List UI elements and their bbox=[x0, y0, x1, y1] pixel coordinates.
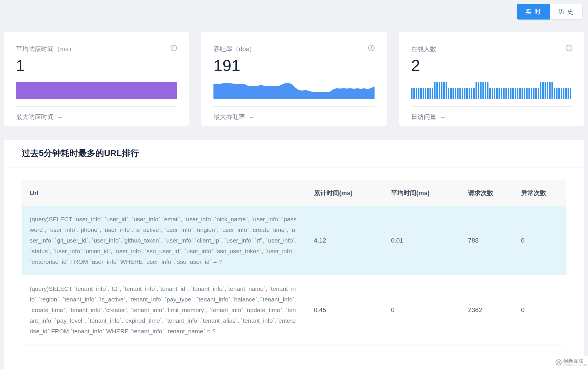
card-title: 吞吐率（dps） bbox=[213, 45, 255, 53]
col-header-avg-time: 平均时间(ms) bbox=[383, 189, 460, 197]
divider bbox=[16, 106, 177, 107]
bars-sparkline bbox=[411, 82, 572, 99]
col-header-url: Url bbox=[22, 189, 306, 197]
online-users-chart bbox=[411, 82, 572, 99]
avg-time-value: 0.01 bbox=[383, 237, 460, 244]
footer-value: – bbox=[441, 113, 444, 120]
avg-response-time-card: 平均响应时间（ms） i 1 最大响应时间– bbox=[4, 32, 189, 126]
url-ranking-panel: 过去5分钟耗时最多的URL排行 Url 累计时间(ms) 平均时间(ms) 请求… bbox=[4, 140, 584, 369]
request-count-value: 2362 bbox=[460, 306, 513, 314]
url-value: (query)SELECT `user_info`.`user_id`, `us… bbox=[22, 206, 306, 275]
footer-label: 最大吞吐率 bbox=[213, 113, 245, 120]
footer-value: – bbox=[250, 113, 253, 120]
divider bbox=[213, 106, 375, 107]
avg-response-time-chart bbox=[16, 82, 177, 99]
divider bbox=[4, 168, 584, 168]
table-header-row: Url 累计时间(ms) 平均时间(ms) 请求次数 异常次数 bbox=[22, 180, 566, 206]
online-users-value: 2 bbox=[411, 57, 420, 74]
error-count-value: 0 bbox=[513, 306, 566, 314]
total-time-value: 0.45 bbox=[306, 306, 383, 314]
avg-time-value: 0 bbox=[383, 306, 460, 314]
footer-value: – bbox=[58, 113, 62, 120]
throughput-card: 吞吐率（dps） i 191 最大吞吐率– bbox=[201, 32, 387, 126]
avg-response-time-value: 1 bbox=[16, 57, 25, 74]
error-count-value: 0 bbox=[513, 237, 566, 244]
divider bbox=[411, 106, 572, 107]
card-title: 在线人数 bbox=[411, 45, 436, 53]
metric-cards: 平均响应时间（ms） i 1 最大响应时间– 吞吐率（dps） i 191 最大… bbox=[4, 32, 584, 126]
watermark-name: 创新互联 bbox=[563, 359, 587, 364]
col-header-total-time: 累计时间(ms) bbox=[306, 189, 383, 197]
url-ranking-table: Url 累计时间(ms) 平均时间(ms) 请求次数 异常次数 (query)S… bbox=[22, 180, 566, 345]
col-header-error-count: 异常次数 bbox=[513, 189, 566, 197]
online-users-card: 在线人数 i 2 日访问量– bbox=[399, 32, 584, 126]
watermark-subtitle: CHUANG XIN HU LIAN bbox=[563, 364, 587, 366]
info-circle-icon[interactable]: i bbox=[368, 45, 375, 51]
panel-title: 过去5分钟耗时最多的URL排行 bbox=[22, 147, 139, 159]
tab-history[interactable]: 历 史 bbox=[550, 4, 583, 20]
card-title: 平均响应时间（ms） bbox=[16, 45, 75, 53]
footer-label: 最大响应时间 bbox=[16, 113, 54, 120]
site-watermark: 创新互联 CHUANG XIN HU LIAN bbox=[559, 356, 588, 369]
url-value: (query)SELECT `tenant_info`.`ID`, `tenan… bbox=[22, 275, 306, 345]
tab-realtime[interactable]: 实 时 bbox=[517, 4, 550, 20]
request-count-value: 788 bbox=[460, 237, 513, 244]
info-circle-icon[interactable]: i bbox=[171, 45, 177, 51]
response-bar bbox=[16, 82, 177, 99]
col-header-request-count: 请求次数 bbox=[460, 189, 513, 197]
footer-label: 日访问量 bbox=[411, 113, 436, 120]
area-sparkline bbox=[213, 82, 375, 99]
table-row[interactable]: (query)SELECT `tenant_info`.`ID`, `tenan… bbox=[22, 275, 566, 345]
max-throughput: 最大吞吐率– bbox=[213, 113, 253, 121]
daily-visits: 日访问量– bbox=[411, 113, 444, 121]
max-response-time: 最大响应时间– bbox=[16, 113, 62, 121]
throughput-value: 191 bbox=[213, 57, 240, 74]
brand-logo-icon bbox=[555, 359, 562, 366]
total-time-value: 4.12 bbox=[306, 237, 383, 244]
time-range-toggle: 实 时 历 史 bbox=[517, 4, 583, 20]
info-circle-icon[interactable]: i bbox=[566, 45, 572, 51]
throughput-chart bbox=[213, 82, 375, 99]
table-row[interactable]: (query)SELECT `user_info`.`user_id`, `us… bbox=[22, 206, 566, 275]
